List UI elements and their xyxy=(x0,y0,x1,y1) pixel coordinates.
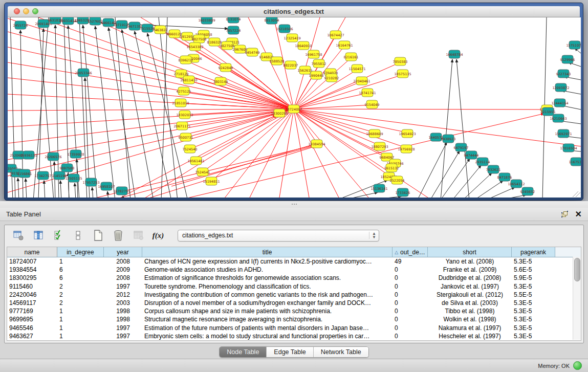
table-cell[interactable]: 19384554 xyxy=(7,266,57,273)
column-header-name[interactable]: name xyxy=(7,247,57,257)
vertical-scrollbar[interactable] xyxy=(573,257,581,340)
graph-edge[interactable] xyxy=(440,159,470,198)
table-cell[interactable]: Investigating the contribution of common… xyxy=(142,291,393,298)
table-cell[interactable]: Franke et al. (2009) xyxy=(428,266,512,273)
graph-node[interactable]: 9129966 xyxy=(560,55,575,63)
graph-node[interactable]: 2455724 xyxy=(13,21,28,29)
table-cell[interactable]: 5.3E-5 xyxy=(512,299,555,307)
table-cell[interactable]: 9777169 xyxy=(7,308,57,315)
table-row[interactable]: 946554611997Estimation of the future num… xyxy=(7,324,581,332)
table-row[interactable]: 977716911998Corpus callosum shape and si… xyxy=(7,307,581,315)
graph-edge[interactable] xyxy=(340,192,378,198)
table-row[interactable]: 2242004622012Investigating the contribut… xyxy=(7,291,581,299)
graph-edge[interactable] xyxy=(430,151,460,198)
graph-edge[interactable] xyxy=(182,74,294,109)
table-cell[interactable]: Wolkin et al. (1998) xyxy=(428,316,512,323)
graph-node[interactable]: 8454749 xyxy=(245,48,260,56)
graph-node[interactable]: 12093872 xyxy=(552,83,569,92)
graph-node[interactable]: 1156861 xyxy=(17,169,32,178)
table-cell[interactable]: 5.3E-5 xyxy=(512,324,555,332)
table-cell[interactable]: 6 xyxy=(57,274,104,281)
graph-node[interactable]: 9500731 xyxy=(179,133,193,141)
graph-edge[interactable] xyxy=(473,181,503,198)
table-cell[interactable]: 49 xyxy=(393,258,428,265)
graph-edge[interactable] xyxy=(222,81,294,109)
column-header-pagerank[interactable]: pagerank xyxy=(512,247,555,257)
graph-edge[interactable] xyxy=(496,195,526,198)
table-cell[interactable]: Embryonic stem cells: a model to study s… xyxy=(142,333,393,340)
graph-node[interactable]: 17359928 xyxy=(67,150,84,158)
table-row[interactable]: 969969511998Structural magnetic resonanc… xyxy=(7,315,581,323)
table-cell[interactable]: de Silva et al. (2003) xyxy=(428,299,512,307)
graph-node[interactable]: 19218506 xyxy=(276,25,293,33)
graph-node[interactable]: 1167531 xyxy=(569,158,581,166)
graph-node[interactable]: 13505135 xyxy=(65,174,82,182)
graph-node[interactable]: 21851018 xyxy=(172,99,189,107)
graph-edge[interactable] xyxy=(161,17,167,198)
table-cell[interactable]: Estimation of significance thresholds fo… xyxy=(142,274,393,281)
tab-edge-table[interactable]: Edge Table xyxy=(267,347,313,357)
close-panel-button[interactable]: ✕ xyxy=(575,211,582,218)
graph-edge[interactable] xyxy=(294,109,432,198)
graph-edge[interactable] xyxy=(38,17,54,198)
graph-node[interactable]: 1527602 xyxy=(88,17,103,25)
table-cell[interactable]: 2009 xyxy=(104,266,142,273)
table-cell[interactable]: 0 xyxy=(393,266,428,273)
minimize-window-button[interactable] xyxy=(23,8,29,14)
close-window-button[interactable] xyxy=(14,8,20,14)
graph-edge[interactable] xyxy=(294,109,375,133)
tab-network-table[interactable]: Network Table xyxy=(314,347,368,357)
table-cell[interactable]: Yano et al. (2008) xyxy=(428,258,512,265)
graph-node[interactable]: 7955812 xyxy=(312,59,326,68)
table-cell[interactable]: 5.3E-5 xyxy=(512,333,555,340)
graph-node[interactable]: 8216161 xyxy=(344,53,359,61)
graph-node[interactable]: 18302012 xyxy=(176,111,193,119)
graph-edge[interactable] xyxy=(115,17,130,198)
graph-edge[interactable] xyxy=(83,25,97,198)
window-titlebar[interactable]: citations_edges.txt xyxy=(8,6,580,17)
graph-node[interactable]: 16033809 xyxy=(198,17,215,24)
table-cell[interactable]: 18300295 xyxy=(7,274,57,281)
graph-edge[interactable] xyxy=(462,173,492,198)
graph-node[interactable]: 9210282 xyxy=(324,74,339,82)
function-builder-button[interactable]: f(x) xyxy=(151,229,165,242)
table-cell[interactable]: 5.3E-5 xyxy=(512,283,555,290)
table-cell[interactable]: 2 xyxy=(57,291,104,298)
graph-edge[interactable] xyxy=(189,81,294,109)
graph-node[interactable]: 8396212 xyxy=(179,56,193,64)
table-cell[interactable]: 18724007 xyxy=(7,258,57,265)
graph-node[interactable]: 16958107 xyxy=(98,182,115,190)
graph-node[interactable]: 7463822 xyxy=(153,26,168,34)
table-row[interactable]: 1938455462009Genome-wide association stu… xyxy=(7,266,581,274)
graph-node[interactable]: 15692971 xyxy=(555,129,572,138)
graph-edge[interactable] xyxy=(294,109,340,198)
canvas-resize-grip[interactable] xyxy=(573,191,580,197)
table-row[interactable]: 1872400712008Changes of HCN gene express… xyxy=(7,257,581,266)
graph-edge[interactable] xyxy=(92,187,93,198)
table-cell[interactable]: 5.5E-5 xyxy=(512,291,555,298)
table-cell[interactable]: 1 xyxy=(57,308,104,315)
graph-node[interactable]: 8813054 xyxy=(265,17,279,24)
table-cell[interactable]: 22420046 xyxy=(7,291,57,298)
graph-edge[interactable] xyxy=(18,178,19,198)
delete-table-button[interactable] xyxy=(112,229,125,242)
graph-node[interactable]: 20206576 xyxy=(45,152,61,161)
graph-node[interactable]: 9227343 xyxy=(556,70,571,78)
table-cell[interactable]: 2008 xyxy=(104,258,142,265)
graph-edge[interactable] xyxy=(361,196,401,198)
graph-edge[interactable] xyxy=(107,191,108,198)
table-cell[interactable]: Hescheler et al. (1997) xyxy=(428,333,512,340)
graph-edge[interactable] xyxy=(8,62,294,109)
table-cell[interactable]: 0 xyxy=(393,308,428,315)
graph-node[interactable]: 2522054 xyxy=(390,176,405,184)
graph-node[interactable]: 10674427 xyxy=(327,31,344,39)
table-cell[interactable]: 5.3E-5 xyxy=(512,316,555,323)
graph-node[interactable]: 10654112 xyxy=(508,180,525,188)
float-panel-button[interactable] xyxy=(561,211,568,217)
graph-node[interactable]: 9827508 xyxy=(192,35,207,43)
graph-node[interactable]: 12444154 xyxy=(551,99,568,107)
table-cell[interactable]: 9699695 xyxy=(7,316,57,323)
graph-node[interactable]: 1733426 xyxy=(396,188,410,196)
table-cell[interactable]: 1997 xyxy=(104,324,142,332)
graph-node[interactable]: 9474444 xyxy=(464,151,479,159)
